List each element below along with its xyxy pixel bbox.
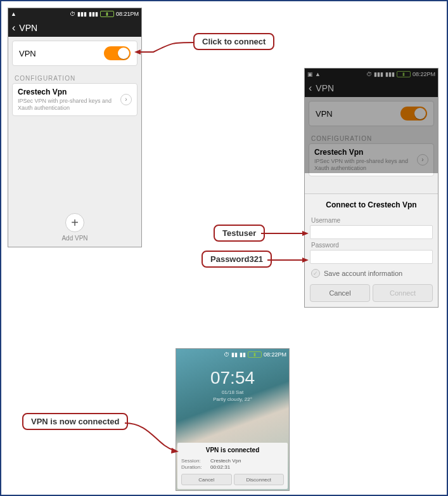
signal-icon: ▮▮▮ [374, 71, 383, 77]
svg-marker-3 [171, 448, 179, 454]
session-value: Crestech Vpn [210, 458, 241, 464]
signal-icon: ▮▮▮ [385, 71, 395, 77]
status-time: 08:22PM [264, 351, 286, 358]
status-bar: ▣ ▲ ⏱ ▮▮▮ ▮▮▮ ▮ 08:22PM [305, 69, 438, 79]
callout-testuser: Testuser [214, 225, 265, 242]
status-bar: ▲ ⏱ ▮▮▮ ▮▮▮ ▮ 08:21PM [8, 8, 141, 19]
svg-marker-0 [134, 49, 141, 55]
duration-label: Duration: [181, 464, 210, 470]
phone1: ▲ ⏱ ▮▮▮ ▮▮▮ ▮ 08:21PM ‹ VPN VPN CONFIGUR… [8, 8, 142, 247]
vpn-toggle[interactable] [400, 107, 427, 121]
callout-click-connect: Click to connect [193, 33, 274, 50]
cancel-button[interactable]: Cancel [310, 284, 370, 302]
vpn-name: Crestech Vpn [18, 88, 117, 96]
status-time: 08:22PM [413, 71, 435, 77]
vpn-toggle-label: VPN [19, 49, 36, 58]
page-title: VPN [19, 23, 37, 33]
connect-modal: Connect to Crestech Vpn Username Passwor… [305, 193, 438, 307]
session-label: Session: [181, 458, 210, 464]
page-title: VPN [316, 83, 334, 93]
duration-value: 00:02:31 [210, 464, 230, 470]
signal-icon: ▮▮▮ [77, 11, 87, 17]
configuration-heading: CONFIGURATION [305, 130, 438, 143]
alarm-icon: ⏱ [366, 71, 372, 77]
battery-icon: ▮ [397, 71, 411, 77]
svg-marker-1 [302, 231, 309, 236]
cancel-button[interactable]: Cancel [181, 474, 232, 485]
battery-icon: ▮ [100, 11, 114, 17]
configuration-heading: CONFIGURATION [8, 70, 141, 83]
signal-icon: ▮▮ [231, 351, 238, 358]
callout-vpn-connected: VPN is now connected [22, 413, 128, 430]
alarm-icon: ⏱ [70, 11, 75, 17]
vpn-connected-title: VPN is connected [181, 445, 284, 457]
vpn-config-item[interactable]: Crestech Vpn IPSec VPN with pre-shared k… [12, 83, 138, 116]
checkbox-icon[interactable]: ✓ [311, 269, 320, 278]
back-icon[interactable]: ‹ [12, 23, 15, 33]
vpn-toggle-row: VPN [309, 101, 434, 126]
vpn-toggle[interactable] [104, 46, 131, 60]
signal-icon: ▮▮▮ [89, 11, 98, 17]
picture-icon: ▣ [307, 71, 313, 77]
status-time: 08:21PM [116, 11, 139, 17]
back-icon[interactable]: ‹ [309, 83, 312, 93]
title-bar: ‹ VPN [305, 79, 438, 97]
wifi-icon: ▲ [11, 11, 16, 17]
username-label: Username [311, 217, 433, 224]
vpn-connected-modal: VPN is connected Session: Crestech Vpn D… [177, 443, 288, 489]
status-bar: ⏱ ▮▮ ▮▮ ▮ 08:22PM [176, 349, 289, 360]
lock-time: 07:54 [176, 368, 289, 388]
modal-title: Connect to Crestech Vpn [310, 198, 433, 214]
vpn-toggle-row: VPN [12, 41, 138, 66]
disconnect-button[interactable]: Disconnect [234, 474, 285, 485]
svg-marker-2 [302, 258, 309, 263]
chevron-right-icon[interactable]: › [120, 94, 132, 105]
wifi-icon: ▲ [315, 71, 321, 77]
save-account-row[interactable]: ✓ Save account information [311, 269, 433, 278]
lockscreen-clock: 07:54 01/18 Sat Partly cloudy, 22° [176, 368, 289, 402]
password-label: Password [311, 242, 433, 249]
add-vpn-label: Add VPN [8, 235, 141, 242]
signal-icon: ▮▮ [240, 351, 246, 358]
battery-icon: ▮ [248, 351, 262, 358]
connect-button[interactable]: Connect [373, 284, 433, 302]
lock-date: 01/18 Sat [176, 389, 289, 395]
lock-weather: Partly cloudy, 22° [176, 396, 289, 402]
phone3: ⏱ ▮▮ ▮▮ ▮ 08:22PM 07:54 01/18 Sat Partly… [176, 348, 290, 491]
add-vpn-section: + Add VPN [8, 213, 141, 242]
vpn-toggle-label: VPN [316, 109, 333, 119]
add-vpn-button[interactable]: + [65, 213, 84, 232]
password-input[interactable] [310, 250, 433, 264]
vpn-config-item[interactable]: Crestech Vpn IPSec VPN with pre-shared k… [309, 143, 434, 176]
callout-password: Password321 [202, 251, 272, 268]
vpn-description: IPSec VPN with pre-shared keys and Xauth… [314, 158, 413, 172]
alarm-icon: ⏱ [224, 351, 229, 358]
phone2: ▣ ▲ ⏱ ▮▮▮ ▮▮▮ ▮ 08:22PM ‹ VPN VPN CONFIG… [304, 68, 438, 308]
chevron-right-icon[interactable]: › [417, 154, 428, 166]
title-bar: ‹ VPN [8, 19, 141, 37]
username-input[interactable] [310, 225, 433, 239]
vpn-name: Crestech Vpn [314, 148, 413, 157]
vpn-description: IPSec VPN with pre-shared keys and Xauth… [18, 98, 117, 112]
save-account-label: Save account information [324, 270, 402, 277]
